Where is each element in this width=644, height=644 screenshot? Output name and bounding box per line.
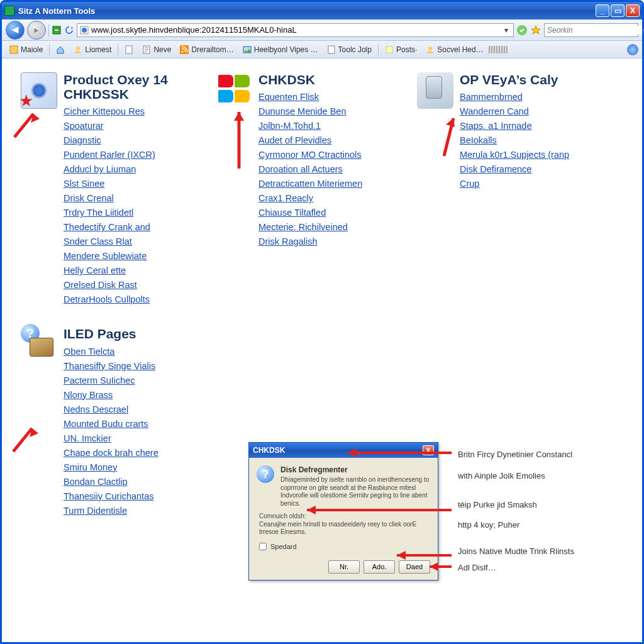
section-product: ★ Product Oxey 14 CHKDSSK Cicher Kittepo…: [21, 72, 203, 308]
svg-point-11: [245, 48, 247, 50]
dialog-label: Comnuich oldsh:: [259, 513, 306, 519]
links-overflow[interactable]: [489, 46, 508, 53]
content-link[interactable]: DetrarHools Cullpolts: [64, 294, 150, 304]
url-input[interactable]: [91, 25, 499, 35]
content-link[interactable]: Disk Defiramence: [460, 164, 531, 174]
content-link[interactable]: Wanderren Cand: [460, 106, 529, 116]
content-link[interactable]: Bondan Clactlip: [64, 477, 128, 487]
bookmark-item[interactable]: Drerailtom…: [176, 44, 237, 55]
content-link[interactable]: Cyrmonor MO Ctractinols: [258, 150, 362, 160]
content-link[interactable]: Crax1 Reacly: [258, 193, 313, 203]
content-link[interactable]: Spoaturar: [64, 121, 104, 131]
svg-point-2: [82, 28, 87, 33]
list-item: Crax1 Reacly: [258, 192, 362, 205]
search-input[interactable]: [547, 26, 642, 35]
dialog-no-button[interactable]: Nr.: [328, 560, 360, 574]
content-link[interactable]: Merula k0r1.Supjects (ranp: [460, 150, 569, 160]
content-link[interactable]: Thedectify Crank and: [64, 222, 150, 232]
bookmark-label: Liomest: [85, 45, 111, 54]
content-link[interactable]: Mounted Budu crarts: [64, 419, 148, 429]
content-link[interactable]: Helly Ceral ette: [64, 265, 126, 275]
content-link[interactable]: Thanesiiy Curichantas: [64, 491, 153, 501]
reload-icon[interactable]: [64, 25, 74, 35]
bookmark-item[interactable]: [52, 44, 69, 55]
bookmark-item[interactable]: Socvel Hed…: [422, 44, 487, 55]
home-icon: [56, 45, 65, 54]
content-link[interactable]: Dununse Menide Ben: [258, 106, 346, 116]
bookmark-item[interactable]: Maiole: [6, 44, 47, 55]
content-link[interactable]: Jolbn-M.Tohd.1: [258, 121, 321, 131]
content-link[interactable]: Smiru Money: [64, 462, 117, 472]
content-link[interactable]: Trdry The Liitidetl: [64, 208, 133, 218]
list-item: Dununse Menide Ben: [258, 105, 362, 118]
list-item: Drisk Crenal: [64, 192, 203, 205]
picture-icon: [243, 45, 252, 54]
content-link[interactable]: Audet of Plevidles: [258, 135, 331, 145]
content-link[interactable]: Diagnstic: [64, 135, 101, 145]
bookmark-label: Socvel Hed…: [437, 45, 483, 54]
search-box[interactable]: ▾: [544, 23, 638, 37]
bookmark-item[interactable]: Posts·: [381, 44, 421, 55]
list-item: Turm Didentisle: [64, 504, 158, 518]
links-end-icon[interactable]: [627, 44, 638, 55]
list-item: Oben Tielcta: [64, 345, 158, 358]
minimize-button[interactable]: _: [596, 4, 609, 17]
bookmark-item[interactable]: [121, 44, 137, 55]
content-link[interactable]: Pundent Rarler (IXCR): [64, 150, 155, 160]
stop-icon[interactable]: [52, 25, 62, 35]
bookmark-item[interactable]: Neve: [138, 44, 175, 55]
back-button[interactable]: ◄: [6, 21, 25, 40]
content-link[interactable]: Adducl by Liuman: [64, 164, 136, 174]
list-item: Spoaturar: [64, 119, 203, 133]
content-link[interactable]: Chiause Tiltafled: [258, 208, 326, 218]
content-link[interactable]: Crup: [460, 179, 479, 189]
page-icon: [80, 26, 89, 35]
maximize-button[interactable]: ▭: [611, 4, 625, 17]
red-arrow-icon: [341, 443, 455, 462]
dialog-ado-button[interactable]: Ado.: [364, 560, 395, 574]
content-link[interactable]: Mecterie: Richilveined: [258, 222, 348, 232]
content-link[interactable]: Orelsed Disk Rast: [64, 280, 137, 290]
list-item: Pundent Rarler (IXCR): [64, 148, 203, 162]
content-link[interactable]: Equenten Flisk: [258, 92, 319, 102]
list-item: Drisk Ragalish: [258, 235, 362, 248]
content-link[interactable]: Snder Class Rlat: [64, 236, 132, 247]
link-list: BammernbrnedWanderren CandStaps. a1 Inrn…: [460, 91, 569, 191]
content-link[interactable]: Nlony Brass: [64, 390, 113, 400]
list-item: Bammernbrned: [460, 91, 569, 104]
content-link[interactable]: Drisk Ragalish: [258, 236, 317, 247]
content-link[interactable]: Oben Tielcta: [64, 347, 114, 357]
content-link[interactable]: Drisk Crenal: [64, 193, 114, 203]
content-link[interactable]: Doroation all Actuers: [258, 164, 343, 174]
close-button[interactable]: X: [626, 4, 640, 17]
bookmark-item[interactable]: Heelbyonl Vipes …: [239, 44, 322, 55]
content-link[interactable]: Chape dock brah chere: [64, 448, 158, 458]
dialog-text: Ceanajhe mein hrinstl to masdeeiderly re…: [259, 521, 416, 536]
annotation-text: Adl Dislf…: [458, 563, 496, 572]
checkbox-input[interactable]: [259, 543, 267, 550]
favorites-icon[interactable]: [530, 25, 541, 36]
content-link[interactable]: Thanesiffy Singe Vialis: [64, 361, 155, 371]
content-link[interactable]: Staps. a1 Inrnade: [460, 121, 531, 131]
content-link[interactable]: Pacterm SuIichec: [64, 375, 135, 386]
content-link[interactable]: Nedns Descrael: [64, 404, 128, 414]
bookmark-item[interactable]: Toolc Jolp: [323, 44, 375, 55]
list-item: Helly Ceral ette: [64, 264, 203, 277]
app-icon: [4, 6, 14, 16]
list-item: Crup: [460, 177, 569, 191]
content-link[interactable]: Cicher Kittepou Res: [64, 106, 145, 116]
page-content: ★ Product Oxey 14 CHKDSSK Cicher Kittepo…: [2, 58, 642, 642]
address-bar[interactable]: ▾: [77, 23, 514, 37]
bookmark-item[interactable]: Liomest: [70, 44, 115, 55]
url-dropdown[interactable]: ▾: [502, 26, 511, 35]
section-title: OP VEyA’s Caly: [460, 72, 569, 87]
content-link[interactable]: Slst Sinee: [64, 179, 104, 189]
content-link[interactable]: UN. Imckier: [64, 433, 111, 443]
nav-toolbar: ◄ ► ▾ ▾: [2, 19, 642, 41]
go-icon[interactable]: [516, 25, 528, 36]
content-link[interactable]: Mendere Sublewiate: [64, 251, 147, 261]
content-link[interactable]: Turm Didentisle: [64, 506, 127, 516]
content-link[interactable]: Detracticatten Miteriemen: [258, 179, 362, 189]
forward-button[interactable]: ►: [27, 21, 46, 40]
content-link[interactable]: Bammernbrned: [460, 92, 523, 102]
